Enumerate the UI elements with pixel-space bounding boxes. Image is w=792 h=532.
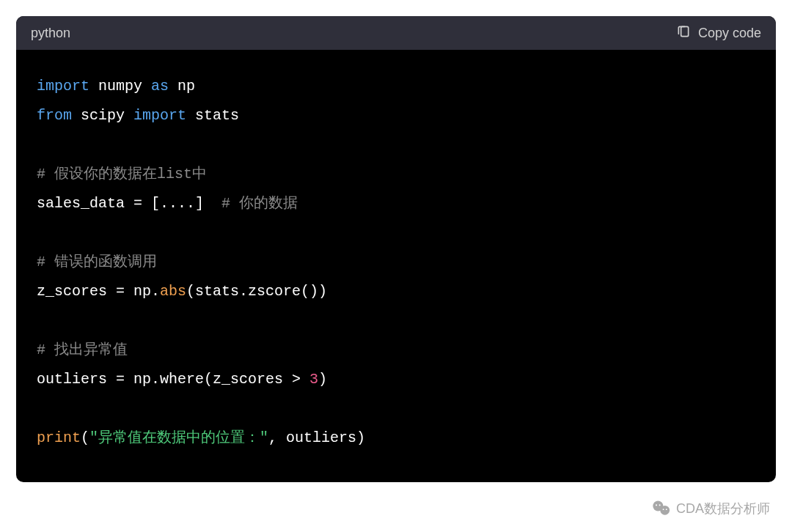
code-string: "异常值在数据中的位置：" (89, 429, 268, 446)
code-text: , outliers) (268, 429, 365, 446)
svg-point-3 (656, 504, 657, 506)
keyword-as: as (151, 78, 169, 95)
keyword-import: import (37, 78, 89, 95)
language-label: python (31, 26, 70, 41)
keyword-import: import (133, 107, 186, 124)
code-text: stats (186, 107, 239, 124)
svg-rect-0 (681, 26, 689, 36)
code-header: python Copy code (16, 16, 776, 50)
code-comment: # 你的数据 (221, 195, 298, 212)
code-text: ( (81, 429, 89, 446)
code-text: outliers = np.where(z_scores > (37, 371, 309, 388)
keyword-from: from (37, 107, 72, 124)
svg-point-4 (659, 504, 661, 506)
watermark: CDA数据分析师 (651, 498, 770, 519)
copy-code-label: Copy code (698, 26, 761, 41)
code-text: sales_data = [....] (37, 195, 221, 212)
wechat-icon (651, 498, 672, 519)
svg-point-2 (660, 506, 670, 515)
code-function: print (37, 429, 81, 446)
watermark-text: CDA数据分析师 (676, 500, 770, 517)
svg-point-5 (663, 509, 664, 510)
code-comment: # 错误的函数调用 (37, 254, 157, 270)
svg-point-6 (666, 509, 667, 510)
code-block: python Copy code import numpy as np from… (16, 16, 776, 482)
code-text: ) (318, 371, 327, 388)
copy-code-button[interactable]: Copy code (676, 24, 761, 43)
code-text: np (169, 78, 195, 95)
code-text: z_scores = np. (37, 283, 160, 300)
code-function: abs (160, 283, 186, 300)
code-text: (stats.zscore()) (186, 283, 327, 300)
clipboard-icon (676, 24, 691, 43)
code-text: scipy (72, 107, 133, 124)
code-comment: # 假设你的数据在list中 (37, 166, 207, 182)
code-comment: # 找出异常值 (37, 341, 128, 358)
code-number: 3 (309, 371, 318, 388)
code-content: import numpy as np from scipy import sta… (16, 50, 776, 482)
code-text: numpy (89, 78, 151, 95)
